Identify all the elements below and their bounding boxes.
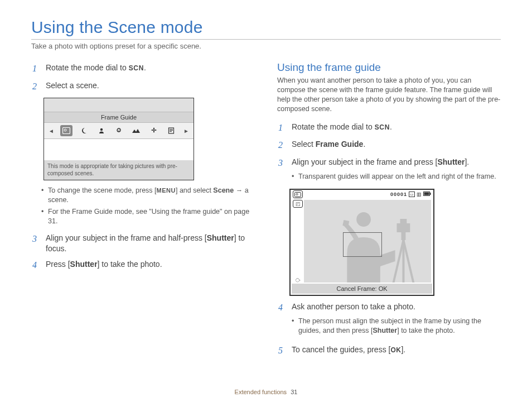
r-step-1: 1 Rotate the mode dial to SCN. xyxy=(278,122,501,134)
mode-indicator-icon xyxy=(293,190,303,198)
r-step-2: 2 Select Frame Guide. xyxy=(278,139,501,151)
step-text: Align your subject in the frame and pres… xyxy=(292,157,501,188)
svg-rect-21 xyxy=(401,232,405,240)
focus-rectangle xyxy=(343,232,382,257)
step-4: 4 Press [Shutter] to take the photo. xyxy=(32,259,255,271)
footer-section: Extended functions xyxy=(235,389,287,395)
svg-rect-18 xyxy=(430,193,431,195)
osd-top-bar: 00001 ▭ ▥ xyxy=(291,190,433,199)
scene-label: Frame Guide xyxy=(44,112,194,123)
text-bold: Shutter xyxy=(70,260,98,269)
svg-point-7 xyxy=(153,128,154,130)
text-bold: Shutter xyxy=(437,157,465,166)
step-number: 2 xyxy=(278,139,286,151)
divider xyxy=(31,39,501,40)
step-number: 2 xyxy=(32,80,40,93)
step-number: 4 xyxy=(278,302,286,342)
night-icon xyxy=(78,125,90,136)
r-step-4-notes: The person must align the subject in the… xyxy=(292,317,501,336)
text-bold: Shutter xyxy=(373,327,397,334)
step-text: To cancel the guides, press [OK]. xyxy=(292,344,501,357)
svg-point-5 xyxy=(119,130,120,130)
shake-icon: ⧂ xyxy=(296,277,301,284)
arrow-icon: → xyxy=(234,186,244,194)
text: ]. xyxy=(465,157,469,166)
text-icon xyxy=(165,125,177,136)
screenshot-blank-mid xyxy=(44,139,194,160)
r-step-5: 5 To cancel the guides, press [OK]. xyxy=(278,344,501,357)
menu-icon: MENU xyxy=(157,187,176,194)
step-text: Select a scene. xyxy=(46,80,255,93)
step-number: 3 xyxy=(278,157,286,188)
text: To cancel the guides, press [ xyxy=(292,345,390,354)
section-heading: Using the frame guide xyxy=(277,61,501,74)
text: Align your subject in the frame and pres… xyxy=(292,157,437,166)
text: Rotate the mode dial to xyxy=(292,122,375,131)
text: ]. xyxy=(401,345,405,354)
image-size-icon: ▭ xyxy=(409,192,415,197)
step-2-notes: To change the scene mode, press [MENU] a… xyxy=(41,186,255,226)
step-text: Press [Shutter] to take the photo. xyxy=(46,259,255,271)
children-icon xyxy=(113,125,125,136)
section-intro: When you want another person to take a p… xyxy=(277,76,501,114)
quality-icon: ▥ xyxy=(417,192,422,197)
step-text: Rotate the mode dial to SCN. xyxy=(292,122,501,134)
text: ] to take the photo. xyxy=(397,327,455,334)
step-number: 5 xyxy=(278,344,286,357)
note-change-scene: To change the scene mode, press [MENU] a… xyxy=(41,186,255,205)
frame-guide-icon xyxy=(60,125,72,136)
shot-counter: 00001 xyxy=(390,192,407,197)
nav-right-icon: ► xyxy=(182,128,190,134)
screenshot-blank-top xyxy=(44,98,194,112)
svg-rect-19 xyxy=(424,193,429,195)
osd-left-strip: ◰ ⧂ xyxy=(293,200,303,284)
r-step-4: 4 Ask another person to take a photo. Th… xyxy=(278,302,501,342)
text-bold: Scene xyxy=(213,186,234,194)
text: To change the scene mode, press [ xyxy=(48,186,157,194)
svg-point-2 xyxy=(100,128,103,131)
step-number: 3 xyxy=(32,233,40,254)
scn-icon: SCN xyxy=(129,64,144,72)
left-column: 1 Rotate the mode dial to SCN. 2 Select … xyxy=(31,60,255,362)
right-column: Using the frame guide When you want anot… xyxy=(277,60,501,362)
text-bold: Shutter xyxy=(207,233,234,242)
ok-icon: OK xyxy=(390,346,401,354)
frame-indicator-icon: ◰ xyxy=(293,200,303,208)
text: . xyxy=(363,140,365,149)
battery-icon xyxy=(423,192,431,197)
svg-point-4 xyxy=(118,130,118,130)
svg-point-1 xyxy=(64,129,66,131)
footer-page-number: 31 xyxy=(291,389,297,395)
step-number: 1 xyxy=(32,63,40,75)
text: Align your subject in the frame and half… xyxy=(46,233,207,242)
note-transparent-guides: Transparent guides will appear on the le… xyxy=(292,172,501,181)
r-step-3-notes: Transparent guides will appear on the le… xyxy=(292,172,501,181)
svg-point-16 xyxy=(296,193,298,195)
scene-icon-row: ◄ xyxy=(44,123,194,139)
text-bold: Frame Guide xyxy=(316,140,364,149)
svg-point-6 xyxy=(153,130,154,131)
text: Select xyxy=(292,140,316,149)
scn-icon: SCN xyxy=(375,123,390,131)
viewfinder xyxy=(304,200,431,283)
close-up-icon xyxy=(148,125,160,136)
step-1: 1 Rotate the mode dial to SCN. xyxy=(32,63,255,75)
svg-point-9 xyxy=(151,130,153,131)
step-2: 2 Select a scene. xyxy=(32,80,255,93)
text: . xyxy=(144,63,146,72)
scene-select-screenshot: Frame Guide ◄ xyxy=(43,98,194,180)
step-text: Align your subject in the frame and half… xyxy=(46,233,255,254)
osd-bottom-bar: Cancel Frame: OK xyxy=(292,284,432,294)
svg-point-10 xyxy=(154,130,157,131)
step-number: 1 xyxy=(278,122,286,134)
step-3: 3 Align your subject in the frame and ha… xyxy=(32,233,255,254)
note-frame-guide-ref: For the Frame Guide mode, see "Using the… xyxy=(41,207,255,226)
step-number: 4 xyxy=(32,259,40,271)
text: ] to take the photo. xyxy=(98,260,162,269)
scene-description: This mode is appropriate for taking pict… xyxy=(44,160,194,180)
text: Press [ xyxy=(46,260,70,269)
svg-point-8 xyxy=(153,131,154,133)
frame-guide-screenshot: 00001 ▭ ▥ ◰ ⧂ ⚡ ✱ ❀ ☻ xyxy=(289,189,434,296)
text: Rotate the mode dial to xyxy=(46,63,129,72)
page-title: Using the Scene mode xyxy=(31,18,501,37)
